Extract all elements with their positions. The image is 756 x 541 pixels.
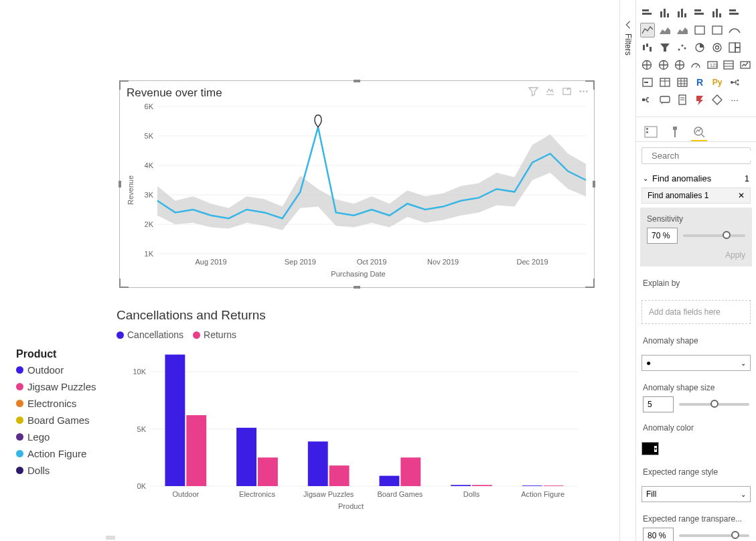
viz-type-scatter[interactable] bbox=[675, 40, 690, 55]
explain-by-field-well[interactable]: Add data fields here bbox=[641, 300, 751, 324]
viz-type-clustered-bar[interactable] bbox=[727, 5, 742, 20]
viz-type-matrix[interactable] bbox=[675, 75, 690, 90]
svg-rect-75 bbox=[735, 43, 740, 48]
slicer-item[interactable]: Dolls bbox=[16, 465, 96, 476]
search-box[interactable] bbox=[641, 147, 751, 164]
slicer-item[interactable]: Board Games bbox=[16, 414, 96, 426]
filter-icon[interactable] bbox=[528, 86, 538, 96]
svg-text:Jigsaw Puzzles: Jigsaw Puzzles bbox=[303, 490, 354, 498]
viz-type-waterfall[interactable] bbox=[640, 40, 655, 55]
expected-range-style-dropdown[interactable]: Fill ⌄ bbox=[641, 486, 751, 502]
shape-size-slider[interactable] bbox=[679, 403, 749, 406]
analytics-tab[interactable] bbox=[691, 123, 707, 141]
viz-type-100-stacked-bar[interactable] bbox=[692, 5, 707, 20]
focus-mode-icon[interactable] bbox=[562, 86, 572, 96]
sensitivity-section: Sensitivity 70 % Apply bbox=[640, 208, 752, 266]
fields-tab[interactable] bbox=[643, 123, 659, 141]
viz-type-treemap[interactable] bbox=[727, 40, 742, 55]
spotlight-icon[interactable] bbox=[545, 86, 555, 96]
viz-type-pie[interactable] bbox=[692, 40, 707, 55]
svg-rect-87 bbox=[644, 82, 648, 83]
svg-rect-51 bbox=[664, 9, 666, 17]
slicer-item[interactable]: Jigsaw Puzzles bbox=[16, 381, 96, 392]
viz-type-stacked-column[interactable] bbox=[675, 5, 690, 20]
anomaly-instance-badge[interactable]: Find anomalies 1 ✕ bbox=[641, 187, 751, 204]
viz-type-r-visual[interactable]: R bbox=[692, 75, 707, 90]
resize-handle-r[interactable] bbox=[593, 181, 595, 187]
svg-rect-63 bbox=[695, 26, 704, 34]
viz-type-power-apps[interactable] bbox=[710, 92, 725, 107]
search-input[interactable] bbox=[652, 151, 756, 161]
svg-point-72 bbox=[713, 44, 721, 52]
shape-size-input[interactable]: 5 bbox=[643, 396, 674, 412]
viz-type-decomposition[interactable] bbox=[640, 92, 655, 107]
scrollbar-stub[interactable] bbox=[106, 536, 115, 540]
svg-text:Sep 2019: Sep 2019 bbox=[285, 258, 316, 266]
sensitivity-slider[interactable] bbox=[683, 234, 745, 237]
viz-type-more[interactable]: ··· bbox=[727, 92, 742, 107]
viz-type-qa[interactable] bbox=[658, 92, 672, 107]
svg-rect-0 bbox=[563, 88, 571, 94]
apply-button[interactable]: Apply bbox=[647, 250, 745, 260]
resize-handle-tl[interactable] bbox=[119, 80, 129, 90]
close-icon[interactable]: ✕ bbox=[738, 191, 745, 200]
viz-type-stacked-bar[interactable] bbox=[640, 5, 655, 20]
expand-icon[interactable] bbox=[623, 20, 633, 29]
slicer-item-label: Dolls bbox=[27, 465, 50, 476]
product-slicer[interactable]: Product OutdoorJigsaw PuzzlesElectronics… bbox=[16, 348, 96, 481]
viz-type-slicer[interactable] bbox=[640, 75, 655, 90]
viz-type-line-clustered[interactable] bbox=[692, 23, 707, 37]
viz-type-ribbon[interactable] bbox=[727, 23, 742, 37]
bar-chart-visual[interactable]: Cancellations and Returns CancellationsR… bbox=[117, 308, 592, 516]
viz-type-kpi[interactable] bbox=[739, 58, 752, 72]
anomaly-shape-dropdown[interactable]: ● ⌄ bbox=[641, 355, 751, 371]
viz-type-stacked-area[interactable] bbox=[675, 23, 690, 37]
svg-rect-58 bbox=[712, 11, 714, 17]
viz-type-py-visual[interactable]: Py bbox=[710, 75, 725, 90]
viz-type-line[interactable] bbox=[640, 23, 655, 37]
transparency-input[interactable]: 80 % bbox=[643, 528, 674, 541]
filters-pane-collapsed[interactable]: Filters bbox=[619, 0, 635, 541]
report-canvas[interactable]: Product OutdoorJigsaw PuzzlesElectronics… bbox=[0, 0, 619, 541]
viz-type-gauge[interactable] bbox=[689, 58, 702, 72]
viz-type-filled-map[interactable] bbox=[656, 58, 670, 72]
slicer-item[interactable]: Action Figure bbox=[16, 448, 96, 459]
viz-type-key-influencers[interactable] bbox=[727, 75, 742, 90]
format-tab[interactable] bbox=[667, 123, 683, 141]
find-anomalies-header[interactable]: ⌄ Find anomalies 1 bbox=[636, 169, 756, 187]
svg-rect-76 bbox=[735, 48, 740, 52]
resize-handle-t[interactable] bbox=[354, 80, 360, 82]
viz-type-donut[interactable] bbox=[710, 40, 725, 55]
svg-rect-65 bbox=[643, 45, 645, 50]
viz-type-funnel[interactable] bbox=[658, 40, 672, 55]
viz-type-100-stacked-column[interactable] bbox=[710, 5, 725, 20]
sensitivity-input[interactable]: 70 % bbox=[647, 228, 678, 244]
viz-type-multi-row-card[interactable] bbox=[722, 58, 735, 72]
chart-title: Cancellations and Returns bbox=[117, 308, 592, 323]
viz-type-map[interactable] bbox=[640, 58, 654, 72]
resize-handle-l[interactable] bbox=[119, 181, 121, 187]
anomaly-color-picker[interactable] bbox=[641, 442, 659, 455]
line-chart-visual[interactable]: Revenue over time 1K2K3K4K5K6KAug 2019Se… bbox=[119, 80, 595, 288]
slicer-item[interactable]: Outdoor bbox=[16, 364, 96, 376]
viz-type-clustered-column[interactable] bbox=[658, 5, 672, 20]
viz-type-power-automate[interactable] bbox=[692, 92, 707, 107]
viz-type-area[interactable] bbox=[658, 23, 672, 37]
more-options-icon[interactable] bbox=[579, 86, 589, 96]
viz-type-line-stacked[interactable] bbox=[710, 23, 725, 37]
viz-type-paginated[interactable] bbox=[675, 92, 690, 107]
viz-type-shape-map[interactable] bbox=[673, 58, 686, 72]
resize-handle-b[interactable] bbox=[354, 286, 360, 289]
viz-type-table[interactable] bbox=[658, 75, 672, 90]
viz-type-card[interactable]: 123 bbox=[706, 58, 719, 72]
svg-text:Oct 2019: Oct 2019 bbox=[357, 258, 387, 266]
slicer-item-label: Board Games bbox=[27, 414, 90, 426]
transparency-slider[interactable] bbox=[679, 534, 749, 537]
svg-text:Nov 2019: Nov 2019 bbox=[427, 258, 459, 266]
svg-text:10K: 10K bbox=[133, 368, 146, 376]
visualization-gallery: 123RPy··· bbox=[636, 0, 756, 117]
slicer-item[interactable]: Electronics bbox=[16, 398, 96, 409]
svg-point-2 bbox=[583, 90, 584, 92]
legend-label: Returns bbox=[204, 329, 236, 340]
slicer-item[interactable]: Lego bbox=[16, 431, 96, 443]
